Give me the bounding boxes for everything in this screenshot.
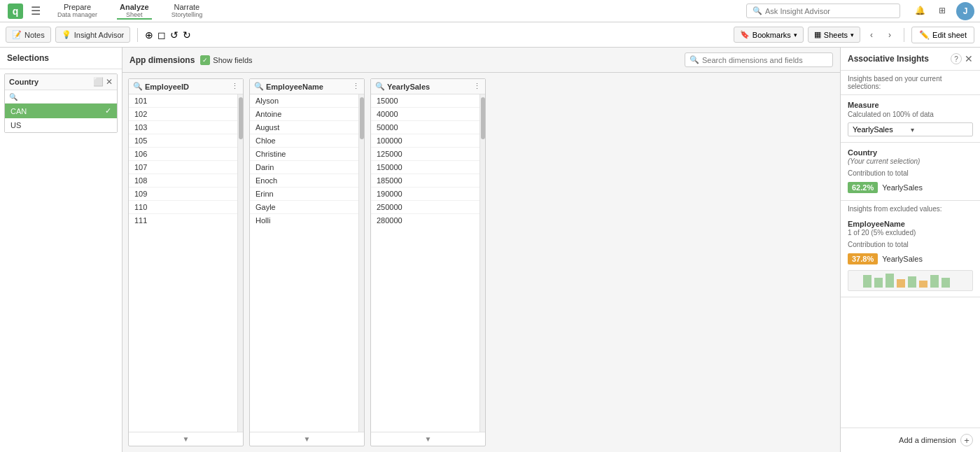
- table-row[interactable]: 106: [129, 148, 237, 161]
- employeename-title: EmployeeName: [266, 83, 352, 91]
- yearlysales-footer[interactable]: ▼: [371, 432, 485, 446]
- grid-icon[interactable]: ⊞: [934, 2, 951, 19]
- insights-close-icon[interactable]: ✕: [965, 53, 973, 64]
- employeename-footer[interactable]: ▼: [250, 432, 364, 446]
- search-bar[interactable]: 🔍: [746, 3, 900, 18]
- table-row[interactable]: 185000: [371, 174, 479, 188]
- employeeid-rows: 101 102 103 105 106 107 108 109 110 111: [129, 94, 237, 432]
- narrate-nav[interactable]: Narrate Storytelling: [169, 3, 206, 20]
- table-row[interactable]: 150000: [371, 161, 479, 174]
- user-avatar[interactable]: J: [956, 2, 974, 20]
- notes-button[interactable]: 📝 Notes: [6, 27, 51, 43]
- table-row[interactable]: Erinn: [250, 188, 358, 201]
- toolbar-sep-1: [137, 28, 138, 42]
- listbox-item-us[interactable]: US: [5, 118, 117, 132]
- table-row[interactable]: Gayle: [250, 201, 358, 214]
- help-icon[interactable]: ?: [951, 53, 962, 64]
- employeeid-footer[interactable]: ▼: [129, 432, 243, 446]
- table-row[interactable]: 125000: [371, 148, 479, 161]
- table-menu-icon-2[interactable]: ⋮: [352, 82, 360, 91]
- measure-dropdown[interactable]: YearlySales ▾: [848, 122, 973, 136]
- table-row[interactable]: 108: [129, 174, 237, 188]
- table-row[interactable]: Chloe: [250, 134, 358, 148]
- table-row[interactable]: August: [250, 121, 358, 134]
- yearlysales-rows: 15000 40000 50000 100000 125000 150000 1…: [371, 94, 479, 432]
- pct-badge-green: 62.2%: [848, 182, 878, 193]
- smart-search[interactable]: ⊕: [145, 29, 153, 41]
- search-dimensions[interactable]: 🔍: [685, 52, 833, 67]
- edit-sheet-button[interactable]: ✏️ Edit sheet: [911, 27, 974, 43]
- insight-advisor-icon: 💡: [62, 30, 71, 39]
- undo-tool[interactable]: ↺: [170, 29, 178, 41]
- employeename-scrollbar[interactable]: [358, 94, 364, 432]
- listbox-actions: ⬜ ✕: [93, 77, 113, 87]
- nav-next-button[interactable]: ›: [883, 28, 897, 42]
- table-row[interactable]: Antoine: [250, 108, 358, 121]
- nav-prev-button[interactable]: ‹: [864, 28, 878, 42]
- insight-advisor-button[interactable]: 💡 Insight Advisor: [55, 27, 131, 43]
- table-row[interactable]: 190000: [371, 188, 479, 201]
- add-dimension-icon[interactable]: +: [960, 434, 973, 446]
- scroll-thumb-3: [481, 97, 485, 139]
- dimensions-bar: App dimensions ✓ Show fields 🔍: [122, 48, 840, 73]
- selection-tools[interactable]: ◻: [158, 29, 166, 41]
- table-row[interactable]: 102: [129, 108, 237, 121]
- table-row[interactable]: 15000: [371, 94, 479, 108]
- employeeid-content: 101 102 103 105 106 107 108 109 110 111: [129, 94, 243, 432]
- table-menu-icon[interactable]: ⋮: [231, 82, 239, 91]
- table-row[interactable]: 100000: [371, 134, 479, 148]
- table-row[interactable]: 110: [129, 201, 237, 214]
- pencil-icon: ✏️: [919, 30, 930, 40]
- table-row[interactable]: Darin: [250, 161, 358, 174]
- table-row[interactable]: Holli: [250, 214, 358, 227]
- yearlysales-table: 🔍 YearlySales ⋮ 15000 40000 50000 100000…: [370, 78, 486, 446]
- bookmarks-button[interactable]: 🔖 Bookmarks ▾: [734, 27, 804, 43]
- sheets-icon: ▦: [814, 30, 821, 39]
- chevron-down-icon-sheets: ▾: [850, 31, 854, 38]
- redo-tool[interactable]: ↻: [183, 29, 191, 41]
- listbox-search-input[interactable]: [20, 92, 113, 101]
- search-input[interactable]: [765, 7, 894, 15]
- table-row[interactable]: 105: [129, 134, 237, 148]
- mini-chart: [848, 270, 973, 291]
- center-area: App dimensions ✓ Show fields 🔍 🔍 Employe…: [122, 48, 840, 452]
- show-fields-toggle[interactable]: ✓ Show fields: [200, 55, 252, 65]
- table-row[interactable]: Enoch: [250, 174, 358, 188]
- employeename-rows: Alyson Antoine August Chloe Christine Da…: [250, 94, 358, 432]
- table-row[interactable]: 101: [129, 94, 237, 108]
- table-row[interactable]: 280000: [371, 214, 479, 227]
- table-row[interactable]: 40000: [371, 108, 479, 121]
- table-row[interactable]: 107: [129, 161, 237, 174]
- insights-panel: Associative Insights ? ✕ Insights based …: [840, 48, 980, 452]
- add-dimension-section[interactable]: Add a dimension +: [841, 428, 980, 452]
- bookmark-icon: 🔖: [740, 30, 750, 39]
- table-row[interactable]: 111: [129, 214, 237, 227]
- collapse-icon-3: ▼: [425, 435, 432, 443]
- contribution-label: Contribution to total: [848, 169, 973, 177]
- table-row[interactable]: 109: [129, 188, 237, 201]
- notification-icon[interactable]: 🔔: [911, 2, 928, 19]
- prepare-nav[interactable]: Prepare Data manager: [55, 3, 100, 20]
- sheets-button[interactable]: ▦ Sheets ▾: [808, 27, 860, 43]
- table-row[interactable]: Christine: [250, 148, 358, 161]
- listbox-search: 🔍: [5, 90, 117, 104]
- table-row[interactable]: Alyson: [250, 94, 358, 108]
- table-menu-icon-3[interactable]: ⋮: [473, 82, 481, 91]
- search-dimensions-input[interactable]: [702, 56, 828, 64]
- listbox-collapse-icon[interactable]: ⬜: [93, 77, 104, 87]
- employeeid-scrollbar[interactable]: [237, 94, 243, 432]
- hamburger-menu[interactable]: ☰: [31, 4, 41, 17]
- table-row[interactable]: 50000: [371, 121, 479, 134]
- listbox-close-icon[interactable]: ✕: [106, 77, 113, 87]
- analyze-nav[interactable]: Analyze Sheet: [117, 3, 152, 20]
- top-bar-icons: 🔔 ⊞ J: [911, 2, 974, 20]
- selection-icon: ◻: [158, 29, 166, 41]
- table-row[interactable]: 250000: [371, 201, 479, 214]
- listbox-item-can[interactable]: CAN ✓: [5, 104, 117, 118]
- employeeid-table-header: 🔍 EmployeeID ⋮: [129, 79, 243, 94]
- redo-icon: ↻: [183, 29, 191, 41]
- measure-label: Measure: [848, 101, 973, 109]
- yearlysales-scrollbar[interactable]: [479, 94, 485, 432]
- svg-rect-2: [863, 275, 872, 288]
- table-row[interactable]: 103: [129, 121, 237, 134]
